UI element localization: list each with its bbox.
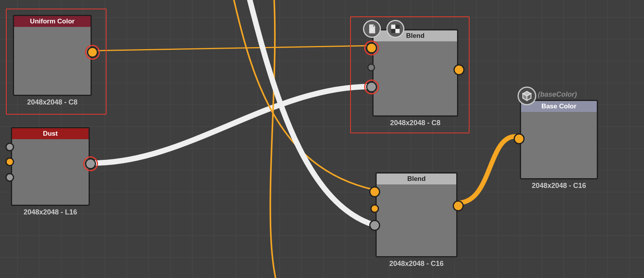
input-port[interactable] (5, 173, 14, 182)
node-preview (374, 41, 457, 115)
node-title: Dust (12, 128, 89, 139)
input-port-foreground[interactable] (369, 186, 380, 197)
node-footer: 2048x2048 - L16 (11, 208, 90, 216)
svg-rect-2 (370, 31, 373, 32)
node-base-color[interactable]: Base Color 2048x2048 - C16 (520, 100, 598, 190)
svg-rect-0 (370, 28, 374, 29)
input-port-background[interactable] (367, 64, 375, 71)
input-port[interactable] (5, 158, 14, 166)
node-dust[interactable]: Dust 2048x2048 - L16 (11, 127, 90, 216)
node-blend-top[interactable]: Blend 2048x2048 - C8 (372, 29, 458, 127)
svg-rect-3 (391, 25, 395, 29)
node-preview (12, 139, 89, 205)
node-footer: 2048x2048 - C8 (372, 119, 458, 127)
document-icon[interactable] (363, 20, 381, 38)
input-port-mask[interactable] (366, 81, 377, 92)
node-title: Blend (374, 30, 457, 41)
output-port[interactable] (453, 200, 464, 211)
node-title: Uniform Color (14, 16, 91, 27)
input-port-foreground[interactable] (366, 42, 377, 53)
input-port[interactable] (514, 133, 525, 144)
output-port[interactable] (85, 158, 96, 169)
svg-rect-4 (395, 29, 400, 33)
svg-rect-6 (391, 29, 395, 33)
node-preview (377, 184, 456, 256)
node-footer: 2048x2048 - C16 (375, 260, 457, 268)
usage-label: (baseColor) (538, 90, 577, 99)
svg-rect-1 (370, 30, 374, 30)
output-port[interactable] (454, 64, 464, 75)
node-preview (521, 112, 597, 178)
cube-icon[interactable] (518, 87, 536, 105)
node-footer: 2048x2048 - C8 (13, 98, 92, 106)
node-title: Blend (377, 174, 456, 184)
node-footer: 2048x2048 - C16 (520, 182, 598, 190)
checker-icon[interactable] (386, 20, 404, 38)
svg-rect-5 (395, 25, 400, 29)
input-port-mask[interactable] (369, 220, 380, 231)
input-port[interactable] (5, 143, 14, 151)
output-port[interactable] (87, 47, 98, 58)
node-uniform-color[interactable]: Uniform Color 2048x2048 - C8 (13, 15, 92, 106)
node-preview (14, 27, 91, 95)
node-blend-bottom[interactable]: Blend 2048x2048 - C16 (375, 172, 457, 268)
input-port-background[interactable] (370, 204, 379, 213)
